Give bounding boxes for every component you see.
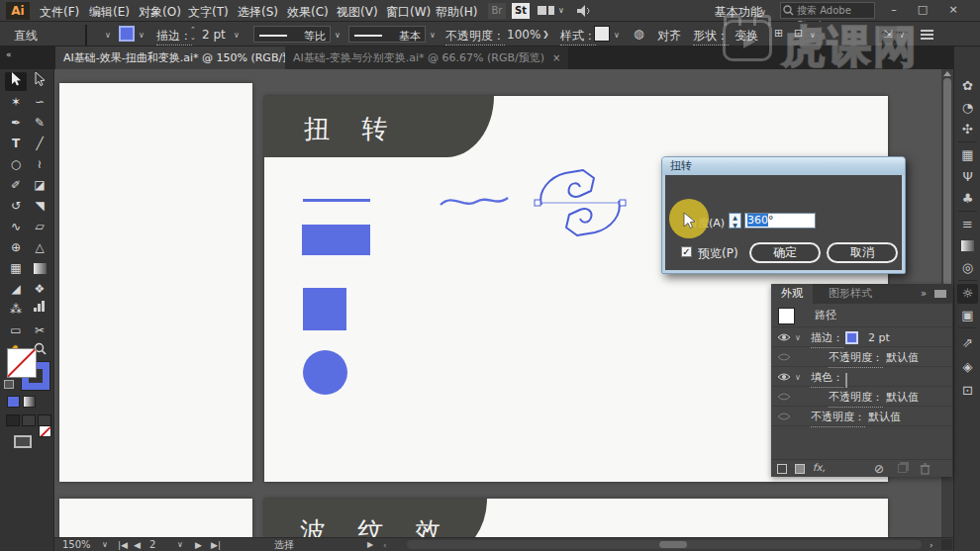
brushes-panel-icon[interactable]: Ψ <box>957 167 978 187</box>
menu-type[interactable]: 文字(T) <box>188 4 229 21</box>
dialog-title-bar[interactable]: 扭转 <box>662 157 905 175</box>
chevron-down-icon[interactable]: ∨ <box>558 6 564 15</box>
appearance-panel-icon[interactable]: ☼ <box>957 284 978 304</box>
shape-builder-tool[interactable]: ⊕ <box>5 238 27 257</box>
chevron-down-icon[interactable]: ∨ <box>760 8 766 17</box>
symbol-sprayer-tool[interactable]: ⁂ <box>5 301 27 320</box>
color-panel-icon[interactable]: ✿ <box>957 76 978 96</box>
arrange-documents-icon[interactable] <box>538 6 546 15</box>
shape-label[interactable]: 形状： <box>693 28 729 46</box>
stroke-color-swatch[interactable] <box>119 26 135 42</box>
stock-button[interactable]: St <box>512 3 530 19</box>
chevron-down-icon[interactable]: ∨ <box>139 31 145 40</box>
column-graph-tool[interactable] <box>29 301 50 320</box>
opacity-link[interactable]: 不透明度： <box>829 348 883 368</box>
panel-collapse-icon[interactable]: » <box>921 288 927 299</box>
preview-checkbox[interactable]: ✓ <box>681 246 692 257</box>
appearance-row-stroke[interactable]: ∨ 描边： 2 pt <box>771 328 952 347</box>
new-stroke-icon[interactable] <box>777 464 787 474</box>
appearance-row-fill[interactable]: ∨ 填色： <box>771 368 952 387</box>
chevron-right-icon[interactable]: ❯ <box>542 30 549 39</box>
draw-behind-mode[interactable] <box>22 414 36 426</box>
artboard-bottom-left[interactable] <box>59 499 252 537</box>
scale-tool[interactable]: ◥ <box>29 197 50 216</box>
add-effect-icon[interactable]: fx, <box>813 462 826 473</box>
pen-tool[interactable]: ✒ <box>5 114 27 133</box>
shape-circle[interactable] <box>303 350 347 395</box>
rotate-tool[interactable]: ↺ <box>5 197 27 216</box>
bounding-box-icon[interactable]: ⊞ <box>774 27 783 40</box>
slice-tool[interactable]: ✂ <box>29 321 50 340</box>
status-menu-arrow-icon[interactable]: ▶ <box>367 539 373 551</box>
minimize-button[interactable]: – <box>884 3 904 18</box>
tab-close-icon[interactable]: × <box>552 52 560 63</box>
swatches-panel-icon[interactable]: ▦ <box>957 145 978 165</box>
expand-chevron-icon[interactable]: ∨ <box>795 328 801 347</box>
visibility-eye-icon[interactable] <box>777 332 791 342</box>
fill-swatch[interactable] <box>845 373 847 388</box>
transform-label[interactable]: 变换 <box>735 28 758 45</box>
angle-stepper[interactable]: ▲▼ <box>729 213 741 229</box>
zoom-dropdown-icon[interactable]: ∨ <box>102 539 108 551</box>
width-tool[interactable]: ∿ <box>5 218 27 236</box>
bridge-button[interactable]: Br <box>488 3 506 19</box>
brush-definition[interactable]: 基本 <box>348 26 426 43</box>
export-panel-icon[interactable]: ⇗ <box>957 333 978 353</box>
visibility-eye-icon[interactable] <box>777 352 791 362</box>
stroke-link[interactable]: 描边： <box>811 328 843 348</box>
shape-rectangle[interactable] <box>302 225 370 255</box>
transparency-panel-icon[interactable]: ◎ <box>957 258 978 278</box>
ellipse-tool[interactable]: ○ <box>5 155 27 174</box>
chevron-down-icon[interactable]: ∨ <box>234 31 240 40</box>
visibility-eye-icon[interactable] <box>777 372 791 382</box>
perspective-grid-tool[interactable]: △ <box>29 238 50 257</box>
gradient-tool[interactable] <box>29 259 50 278</box>
opacity-link[interactable]: 不透明度： <box>811 408 865 427</box>
expand-chevron-icon[interactable]: ∨ <box>795 368 801 387</box>
screen-mode-icon[interactable] <box>14 435 32 448</box>
menu-file[interactable]: 文件(F) <box>40 4 79 21</box>
swap-fill-stroke-icon[interactable] <box>4 380 14 389</box>
isolate-selection-icon[interactable]: ⊡ <box>794 27 803 40</box>
mesh-tool[interactable]: ▦ <box>5 259 27 278</box>
share-icon[interactable] <box>576 4 592 18</box>
menu-window[interactable]: 窗口(W) <box>386 4 431 21</box>
chevron-down-icon[interactable]: ∨ <box>614 31 620 40</box>
control-panel-menu-icon[interactable] <box>921 30 933 32</box>
stroke-weight-label[interactable]: 描边： <box>156 28 192 46</box>
opacity-value[interactable]: 100% <box>507 28 540 42</box>
stroke-weight-value[interactable]: 2 pt <box>202 28 226 42</box>
ok-button[interactable]: 确定 <box>749 242 821 263</box>
select-similar-icon[interactable]: ⇲ <box>879 26 897 43</box>
duplicate-item-icon[interactable] <box>898 464 907 473</box>
collapse-tools-icon[interactable]: « <box>6 49 12 59</box>
curvature-tool[interactable]: ✎ <box>29 114 50 133</box>
shape-square[interactable] <box>303 288 346 330</box>
chevron-down-icon[interactable]: ∨ <box>430 31 436 40</box>
menu-view[interactable]: 视图(V) <box>337 4 378 21</box>
opacity-label[interactable]: 不透明度： <box>445 28 505 46</box>
menu-object[interactable]: 对象(O) <box>139 4 181 21</box>
align-label[interactable]: 对齐 <box>657 28 681 45</box>
artboard-number[interactable]: 2 <box>149 539 155 551</box>
visibility-eye-icon[interactable] <box>777 412 791 421</box>
style-swatch[interactable] <box>594 26 610 42</box>
style-label[interactable]: 样式： <box>560 28 596 46</box>
stroke-swatch[interactable] <box>845 331 858 344</box>
artboard-left[interactable] <box>59 83 252 482</box>
selection-handle[interactable] <box>535 200 540 206</box>
draw-inside-mode[interactable] <box>38 414 51 426</box>
prev-artboard-icon[interactable]: ◀ <box>134 539 141 551</box>
scroll-right-arrow-icon[interactable]: › <box>930 539 933 551</box>
type-tool[interactable]: T <box>5 135 27 153</box>
blend-tool[interactable]: ❖ <box>29 280 50 299</box>
scrollbar-thumb[interactable] <box>659 541 687 548</box>
chevron-down-icon[interactable]: ∨ <box>105 31 111 40</box>
graphic-styles-panel-icon[interactable]: ▣ <box>957 306 978 325</box>
new-fill-icon[interactable] <box>795 464 805 474</box>
shape-twisted-selected[interactable] <box>534 167 627 240</box>
tab-appearance[interactable]: 外观 <box>771 284 813 304</box>
selection-handle[interactable] <box>620 200 626 206</box>
zoom-level[interactable]: 150% <box>62 539 91 551</box>
magic-wand-tool[interactable]: ✶ <box>5 93 27 112</box>
